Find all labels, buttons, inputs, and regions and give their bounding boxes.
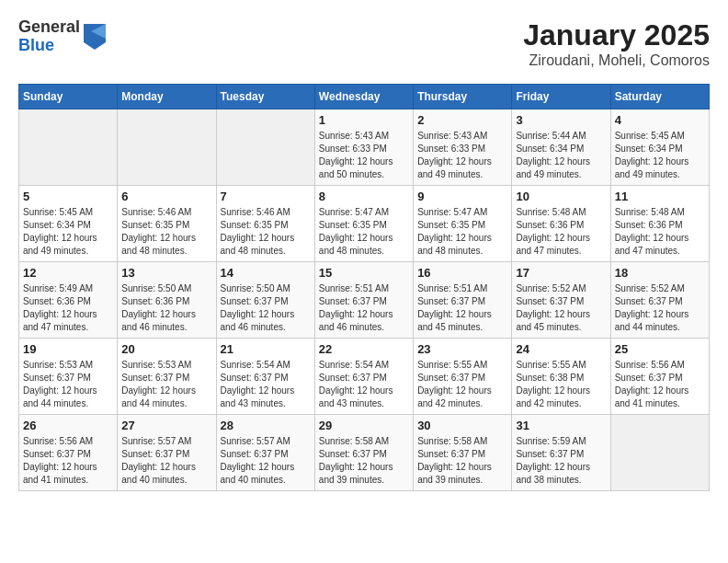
calendar-cell: 12Sunrise: 5:49 AM Sunset: 6:36 PM Dayli… [19, 262, 118, 339]
cell-day-number: 28 [221, 419, 311, 432]
week-row-4: 19Sunrise: 5:53 AM Sunset: 6:37 PM Dayli… [19, 339, 710, 415]
cell-day-number: 4 [615, 113, 705, 127]
logo: General Blue [18, 18, 106, 55]
calendar-cell: 23Sunrise: 5:55 AM Sunset: 6:37 PM Dayli… [414, 339, 512, 415]
cell-day-number: 12 [23, 266, 113, 280]
cell-info-text: Sunrise: 5:59 AM Sunset: 6:37 PM Dayligh… [516, 435, 606, 487]
calendar-cell: 3Sunrise: 5:44 AM Sunset: 6:34 PM Daylig… [512, 109, 610, 186]
week-row-2: 5Sunrise: 5:45 AM Sunset: 6:34 PM Daylig… [19, 186, 710, 262]
cell-info-text: Sunrise: 5:44 AM Sunset: 6:34 PM Dayligh… [516, 130, 606, 181]
cell-day-number: 18 [615, 266, 705, 280]
cell-day-number: 22 [319, 342, 409, 356]
week-row-1: 1Sunrise: 5:43 AM Sunset: 6:33 PM Daylig… [19, 109, 710, 186]
calendar-cell: 5Sunrise: 5:45 AM Sunset: 6:34 PM Daylig… [19, 186, 118, 262]
cell-info-text: Sunrise: 5:56 AM Sunset: 6:37 PM Dayligh… [23, 435, 113, 487]
cell-info-text: Sunrise: 5:57 AM Sunset: 6:37 PM Dayligh… [221, 435, 311, 487]
calendar-header-row: SundayMondayTuesdayWednesdayThursdayFrid… [19, 85, 710, 109]
calendar-cell: 25Sunrise: 5:56 AM Sunset: 6:37 PM Dayli… [610, 339, 709, 415]
cell-info-text: Sunrise: 5:58 AM Sunset: 6:37 PM Dayligh… [319, 435, 409, 487]
cell-info-text: Sunrise: 5:54 AM Sunset: 6:37 PM Dayligh… [319, 359, 409, 410]
calendar-cell: 2Sunrise: 5:43 AM Sunset: 6:33 PM Daylig… [414, 109, 512, 186]
cell-info-text: Sunrise: 5:48 AM Sunset: 6:36 PM Dayligh… [615, 206, 705, 258]
col-header-wednesday: Wednesday [314, 85, 413, 109]
calendar-cell: 6Sunrise: 5:46 AM Sunset: 6:35 PM Daylig… [118, 186, 216, 262]
cell-day-number: 17 [516, 266, 606, 280]
calendar-cell: 30Sunrise: 5:58 AM Sunset: 6:37 PM Dayli… [414, 415, 512, 491]
calendar-cell: 24Sunrise: 5:55 AM Sunset: 6:38 PM Dayli… [512, 339, 610, 415]
title-block: January 2025 Ziroudani, Moheli, Comoros [523, 18, 710, 69]
cell-info-text: Sunrise: 5:46 AM Sunset: 6:35 PM Dayligh… [121, 206, 211, 258]
cell-info-text: Sunrise: 5:54 AM Sunset: 6:37 PM Dayligh… [221, 359, 311, 410]
cell-info-text: Sunrise: 5:56 AM Sunset: 6:37 PM Dayligh… [615, 359, 705, 410]
calendar-cell: 29Sunrise: 5:58 AM Sunset: 6:37 PM Dayli… [314, 415, 413, 491]
cell-info-text: Sunrise: 5:47 AM Sunset: 6:35 PM Dayligh… [319, 206, 409, 258]
cell-day-number: 16 [417, 266, 507, 280]
cell-info-text: Sunrise: 5:47 AM Sunset: 6:35 PM Dayligh… [417, 206, 507, 258]
cell-day-number: 26 [23, 419, 113, 432]
calendar-cell: 16Sunrise: 5:51 AM Sunset: 6:37 PM Dayli… [414, 262, 512, 339]
cell-info-text: Sunrise: 5:43 AM Sunset: 6:33 PM Dayligh… [319, 130, 409, 181]
col-header-saturday: Saturday [610, 85, 709, 109]
logo-general-text: General [18, 18, 80, 37]
calendar-cell: 27Sunrise: 5:57 AM Sunset: 6:37 PM Dayli… [118, 415, 216, 491]
cell-day-number: 30 [417, 419, 507, 432]
calendar-cell: 7Sunrise: 5:46 AM Sunset: 6:35 PM Daylig… [216, 186, 314, 262]
calendar-cell: 4Sunrise: 5:45 AM Sunset: 6:34 PM Daylig… [610, 109, 709, 186]
calendar-table: SundayMondayTuesdayWednesdayThursdayFrid… [18, 84, 710, 491]
calendar-cell [610, 415, 709, 491]
cell-info-text: Sunrise: 5:43 AM Sunset: 6:33 PM Dayligh… [417, 130, 507, 181]
cell-day-number: 24 [516, 342, 606, 356]
week-row-3: 12Sunrise: 5:49 AM Sunset: 6:36 PM Dayli… [19, 262, 710, 339]
calendar-cell: 17Sunrise: 5:52 AM Sunset: 6:37 PM Dayli… [512, 262, 610, 339]
cell-info-text: Sunrise: 5:58 AM Sunset: 6:37 PM Dayligh… [417, 435, 507, 487]
calendar-cell: 22Sunrise: 5:54 AM Sunset: 6:37 PM Dayli… [314, 339, 413, 415]
cell-info-text: Sunrise: 5:55 AM Sunset: 6:37 PM Dayligh… [417, 359, 507, 410]
col-header-thursday: Thursday [414, 85, 512, 109]
cell-info-text: Sunrise: 5:48 AM Sunset: 6:36 PM Dayligh… [516, 206, 606, 258]
cell-day-number: 21 [221, 342, 311, 356]
cell-day-number: 3 [516, 113, 606, 127]
cell-info-text: Sunrise: 5:57 AM Sunset: 6:37 PM Dayligh… [121, 435, 211, 487]
cell-info-text: Sunrise: 5:53 AM Sunset: 6:37 PM Dayligh… [121, 359, 211, 410]
cell-info-text: Sunrise: 5:46 AM Sunset: 6:35 PM Dayligh… [221, 206, 311, 258]
cell-day-number: 1 [319, 113, 409, 127]
calendar-cell: 28Sunrise: 5:57 AM Sunset: 6:37 PM Dayli… [216, 415, 314, 491]
cell-day-number: 15 [319, 266, 409, 280]
col-header-friday: Friday [512, 85, 610, 109]
cell-info-text: Sunrise: 5:50 AM Sunset: 6:36 PM Dayligh… [121, 282, 211, 334]
calendar-cell: 31Sunrise: 5:59 AM Sunset: 6:37 PM Dayli… [512, 415, 610, 491]
calendar-cell: 13Sunrise: 5:50 AM Sunset: 6:36 PM Dayli… [118, 262, 216, 339]
cell-info-text: Sunrise: 5:53 AM Sunset: 6:37 PM Dayligh… [23, 359, 113, 410]
calendar-cell: 1Sunrise: 5:43 AM Sunset: 6:33 PM Daylig… [314, 109, 413, 186]
cell-day-number: 29 [319, 419, 409, 432]
page-header: General Blue January 2025 Ziroudani, Moh… [18, 18, 710, 69]
cell-day-number: 13 [121, 266, 211, 280]
page-title: January 2025 [523, 18, 710, 52]
calendar-cell [216, 109, 314, 186]
cell-day-number: 5 [23, 190, 113, 203]
col-header-monday: Monday [118, 85, 216, 109]
calendar-cell: 10Sunrise: 5:48 AM Sunset: 6:36 PM Dayli… [512, 186, 610, 262]
week-row-5: 26Sunrise: 5:56 AM Sunset: 6:37 PM Dayli… [19, 415, 710, 491]
cell-info-text: Sunrise: 5:51 AM Sunset: 6:37 PM Dayligh… [319, 282, 409, 334]
col-header-sunday: Sunday [19, 85, 118, 109]
cell-day-number: 7 [221, 190, 311, 203]
calendar-cell: 20Sunrise: 5:53 AM Sunset: 6:37 PM Dayli… [118, 339, 216, 415]
cell-day-number: 14 [221, 266, 311, 280]
cell-info-text: Sunrise: 5:52 AM Sunset: 6:37 PM Dayligh… [615, 282, 705, 334]
cell-day-number: 8 [319, 190, 409, 203]
calendar-cell: 8Sunrise: 5:47 AM Sunset: 6:35 PM Daylig… [314, 186, 413, 262]
cell-info-text: Sunrise: 5:45 AM Sunset: 6:34 PM Dayligh… [615, 130, 705, 181]
calendar-cell: 11Sunrise: 5:48 AM Sunset: 6:36 PM Dayli… [610, 186, 709, 262]
cell-day-number: 11 [615, 190, 705, 203]
cell-day-number: 9 [417, 190, 507, 203]
logo-icon [84, 24, 106, 50]
calendar-cell: 15Sunrise: 5:51 AM Sunset: 6:37 PM Dayli… [314, 262, 413, 339]
calendar-cell: 21Sunrise: 5:54 AM Sunset: 6:37 PM Dayli… [216, 339, 314, 415]
calendar-cell: 14Sunrise: 5:50 AM Sunset: 6:37 PM Dayli… [216, 262, 314, 339]
cell-info-text: Sunrise: 5:49 AM Sunset: 6:36 PM Dayligh… [23, 282, 113, 334]
cell-day-number: 31 [516, 419, 606, 432]
cell-day-number: 2 [417, 113, 507, 127]
calendar-cell: 19Sunrise: 5:53 AM Sunset: 6:37 PM Dayli… [19, 339, 118, 415]
cell-day-number: 23 [417, 342, 507, 356]
